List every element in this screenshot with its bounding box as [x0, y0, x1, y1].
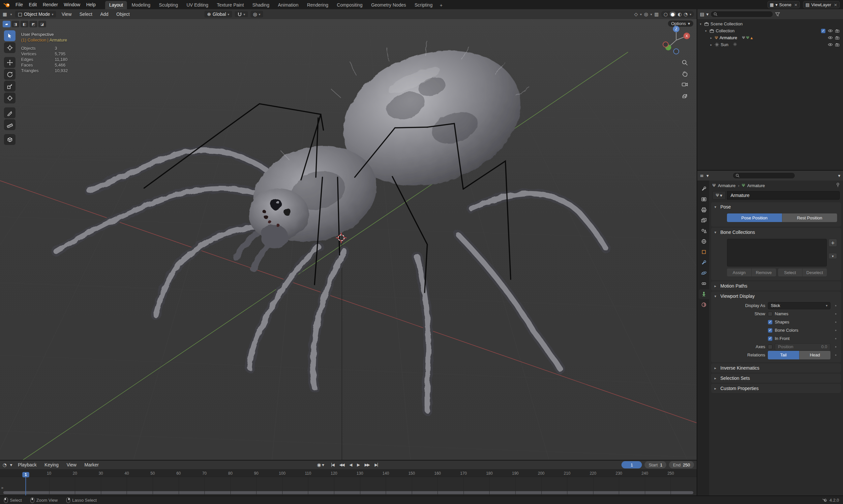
tab-physics[interactable]	[699, 268, 709, 278]
panel-inverse-kinematics-header[interactable]: ▸ Inverse Kinematics	[711, 363, 841, 373]
tool-move-button[interactable]	[4, 57, 16, 68]
menu-add[interactable]: Add	[98, 11, 111, 17]
panel-motion-paths-header[interactable]: ▸ Motion Paths	[711, 281, 841, 290]
auto-keying-toggle[interactable]: ◉	[317, 462, 321, 467]
menu-timeline-view[interactable]: View	[64, 462, 79, 468]
in-front-checkbox[interactable]: ✓	[768, 336, 772, 341]
menu-window[interactable]: Window	[61, 1, 83, 8]
menu-select[interactable]: Select	[77, 11, 94, 17]
datablock-type-selector[interactable]: Ψ ▾	[712, 191, 726, 200]
select-mode-intersect-button[interactable]: ◪	[38, 21, 46, 28]
outliner-row-armature[interactable]: ▸ Ψ Armature Ψ Ψ ▲	[699, 34, 842, 41]
workspace-tab-layout[interactable]: Layout	[105, 1, 127, 9]
mode-selector[interactable]: □ Object Mode ▾	[15, 11, 56, 17]
snap-dropdown[interactable]: ▾	[235, 11, 248, 17]
breadcrumb-data[interactable]: Armature	[747, 183, 765, 188]
expand-channels-icon[interactable]: »	[1, 485, 4, 490]
disable-render-icon[interactable]	[835, 43, 840, 47]
bone-colors-checkbox[interactable]: ✓	[768, 328, 772, 333]
select-button[interactable]: Select	[778, 268, 803, 276]
previous-keyframe-button[interactable]: ◀◀	[337, 462, 346, 467]
menu-keying[interactable]: Keying	[42, 462, 61, 468]
tab-world[interactable]	[699, 236, 709, 247]
assign-button[interactable]: Assign	[727, 268, 752, 276]
panel-pose-header[interactable]: ▾ Pose	[711, 202, 841, 212]
frame-end-field[interactable]: End 250	[669, 461, 694, 468]
outliner-row-collection[interactable]: ▾ Collection ✓	[699, 28, 842, 34]
armature-label[interactable]: Armature	[719, 35, 737, 40]
datablock-name-field[interactable]: Armature	[727, 191, 840, 200]
outliner-row-sun[interactable]: ▸ Sun	[699, 41, 842, 48]
axes-position-slider[interactable]: Position 0.0	[775, 343, 830, 350]
play-button[interactable]: ▶	[355, 462, 361, 467]
tool-cursor-button[interactable]	[4, 42, 16, 53]
tab-modifiers[interactable]	[699, 257, 709, 268]
current-frame-field[interactable]: 1	[621, 461, 642, 468]
animate-dot[interactable]	[835, 305, 837, 306]
bone-collections-specials-button[interactable]: ▾	[828, 253, 837, 259]
disclosure-icon[interactable]: ▸	[709, 43, 713, 47]
relations-head-button[interactable]: Head	[799, 351, 831, 359]
animate-dot[interactable]	[835, 313, 837, 314]
show-overlays-toggle[interactable]: ◎	[644, 12, 648, 17]
pose-position-button[interactable]: Pose Position	[727, 214, 782, 222]
workspace-tab-uv-editing[interactable]: UV Editing	[183, 1, 212, 9]
hide-eye-icon[interactable]	[828, 43, 833, 47]
disclosure-icon[interactable]: ▾	[699, 22, 703, 26]
xray-toggle[interactable]: ▥	[654, 12, 659, 17]
gizmo-caret[interactable]: ▾	[640, 13, 642, 16]
select-mode-subtract-button[interactable]: ◧	[20, 21, 28, 28]
shading-wireframe-button[interactable]: ○	[664, 12, 668, 17]
play-reverse-button[interactable]: ◀	[347, 462, 354, 467]
rest-position-button[interactable]: Rest Position	[782, 214, 838, 222]
disclosure-icon[interactable]: ▾	[704, 29, 708, 33]
playhead-badge[interactable]: 1	[22, 472, 29, 477]
menu-file[interactable]: File	[13, 1, 26, 8]
tool-scale-button[interactable]	[4, 81, 16, 92]
editor-type-timeline-icon[interactable]: ◔	[3, 462, 6, 467]
tool-measure-button[interactable]	[4, 119, 16, 130]
frame-start-field[interactable]: Start 1	[644, 461, 666, 468]
animate-dot[interactable]	[835, 322, 837, 323]
panel-bone-collections-header[interactable]: ▾ Bone Collections	[711, 228, 841, 237]
display-as-dropdown[interactable]: Stick ▾	[768, 302, 830, 309]
view-layer-selector[interactable]: ▤ ViewLayer ×	[803, 1, 840, 8]
workspace-tab-texture-paint[interactable]: Texture Paint	[213, 1, 248, 9]
tab-constraints[interactable]	[699, 279, 709, 289]
blender-logo-icon[interactable]	[3, 2, 10, 7]
sun-label[interactable]: Sun	[721, 42, 728, 47]
tab-object[interactable]	[699, 247, 709, 257]
select-mode-extend-button[interactable]: ◨	[12, 21, 19, 28]
properties-filter-caret[interactable]: ▾	[838, 173, 840, 178]
shading-material-button[interactable]: ◐	[678, 12, 682, 17]
shading-solid-button[interactable]: ●	[670, 12, 675, 17]
bone-collections-list[interactable]	[727, 239, 827, 267]
outliner-editor-caret[interactable]: ▾	[706, 12, 708, 17]
panel-viewport-display-header[interactable]: ▾ Viewport Display	[711, 291, 841, 301]
scene-unlink-icon[interactable]: ×	[793, 2, 797, 7]
shading-caret[interactable]: ▾	[690, 13, 691, 16]
deselect-button[interactable]: Deselect	[803, 268, 827, 276]
tab-tool[interactable]	[699, 184, 709, 194]
scene-selector[interactable]: ▦ ▾ Scene ×	[768, 1, 800, 8]
overlays-caret[interactable]: ▾	[651, 13, 652, 16]
perspective-toggle-icon[interactable]	[682, 92, 688, 98]
gizmo-z-neg-axis[interactable]	[673, 49, 679, 54]
tab-view-layer[interactable]	[699, 215, 709, 225]
disclosure-icon[interactable]: ▸	[709, 36, 713, 39]
timeline-editor-caret[interactable]: ▾	[10, 462, 12, 467]
axes-checkbox[interactable]	[768, 345, 772, 349]
animate-dot[interactable]	[835, 330, 837, 331]
menu-object[interactable]: Object	[114, 11, 132, 17]
editor-type-caret[interactable]: ▾	[10, 13, 12, 16]
workspace-tab-geometry-nodes[interactable]: Geometry Nodes	[367, 1, 410, 9]
add-bone-collection-button[interactable]: +	[828, 239, 837, 247]
shapes-checkbox[interactable]: ✓	[768, 320, 772, 324]
timeline-scrollbar[interactable]	[3, 491, 693, 494]
properties-search-input[interactable]	[733, 172, 795, 179]
add-workspace-button[interactable]: +	[437, 1, 445, 9]
breadcrumb-object[interactable]: Armature	[718, 183, 735, 188]
menu-edit[interactable]: Edit	[26, 1, 40, 8]
workspace-tab-sculpting[interactable]: Sculpting	[155, 1, 182, 9]
tab-render[interactable]	[699, 194, 709, 204]
